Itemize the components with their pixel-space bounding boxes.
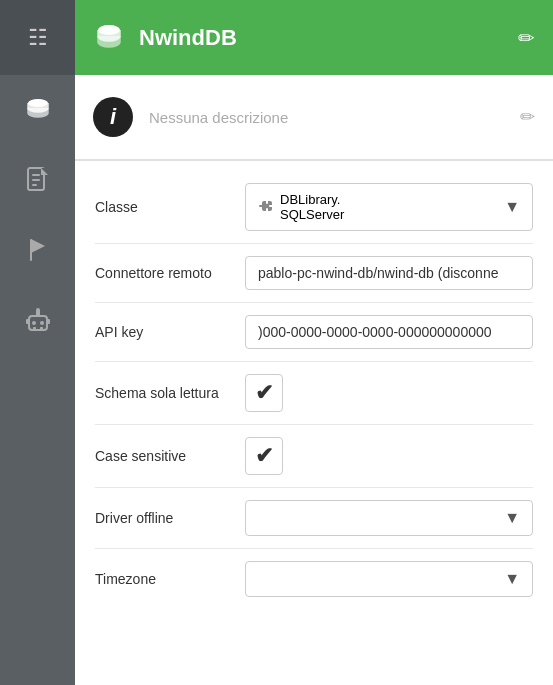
svg-point-11 [36, 308, 40, 312]
info-icon: i [93, 97, 133, 137]
label-connettore: Connettore remoto [95, 265, 245, 281]
checkmark-case: ✔ [255, 443, 273, 469]
svg-rect-6 [30, 239, 32, 261]
sidebar-item-flag[interactable] [0, 215, 75, 285]
svg-point-9 [40, 321, 44, 325]
field-row-timezone: Timezone ▼ [75, 549, 553, 609]
sidebar-item-document[interactable] [0, 145, 75, 215]
header-database-icon [93, 22, 125, 54]
control-apikey: )000-0000-0000-0000-000000000000 [245, 315, 533, 349]
description-edit-icon[interactable]: ✏ [520, 106, 535, 128]
field-row-apikey: API key )000-0000-0000-0000-000000000000 [75, 303, 553, 361]
control-timezone: ▼ [245, 561, 533, 597]
form-area: Classe DBLibrary.SQLServer ▼ Connettore … [75, 161, 553, 685]
control-connettore: pablo-pc-nwind-db/nwind-db (disconne [245, 256, 533, 290]
select-timezone[interactable]: ▼ [245, 561, 533, 597]
main-content: NwindDB ✏ i Nessuna descrizione ✏ Classe… [75, 0, 553, 685]
header: NwindDB ✏ [75, 0, 553, 75]
svg-rect-4 [32, 184, 37, 186]
chevron-down-icon-2: ▼ [504, 509, 520, 527]
select-classe[interactable]: DBLibrary.SQLServer ▼ [245, 183, 533, 231]
label-case: Case sensitive [95, 448, 245, 464]
header-title: NwindDB [139, 25, 504, 51]
svg-rect-12 [33, 327, 36, 330]
control-case: ✔ [245, 437, 533, 475]
puzzle-icon [258, 199, 274, 215]
checkmark-schema: ✔ [255, 380, 273, 406]
chevron-down-icon-3: ▼ [504, 570, 520, 588]
svg-rect-7 [29, 316, 47, 330]
svg-rect-15 [47, 319, 50, 324]
control-schema: ✔ [245, 374, 533, 412]
svg-rect-13 [40, 327, 43, 330]
svg-rect-3 [32, 179, 40, 181]
svg-point-8 [32, 321, 36, 325]
flag-icon [26, 236, 50, 264]
chevron-down-icon: ▼ [504, 198, 520, 216]
field-row-connettore: Connettore remoto pablo-pc-nwind-db/nwin… [75, 244, 553, 302]
input-apikey[interactable]: )000-0000-0000-0000-000000000000 [245, 315, 533, 349]
control-driver: ▼ [245, 500, 533, 536]
sidebar: ☷ [0, 0, 75, 685]
sidebar-top: ☷ [0, 0, 75, 75]
field-row-driver: Driver offline ▼ [75, 488, 553, 548]
grid-icon: ☷ [28, 25, 48, 51]
checkbox-schema[interactable]: ✔ [245, 374, 283, 412]
sidebar-item-robot[interactable] [0, 285, 75, 355]
select-classe-value: DBLibrary.SQLServer [280, 192, 344, 222]
label-timezone: Timezone [95, 571, 245, 587]
header-edit-icon[interactable]: ✏ [518, 26, 535, 50]
label-schema: Schema sola lettura [95, 385, 245, 401]
sidebar-item-database[interactable] [0, 75, 75, 145]
svg-rect-14 [26, 319, 29, 324]
description-bar: i Nessuna descrizione ✏ [75, 75, 553, 161]
database-icon [24, 96, 52, 124]
select-driver[interactable]: ▼ [245, 500, 533, 536]
field-row-classe: Classe DBLibrary.SQLServer ▼ [75, 171, 553, 243]
robot-icon [24, 306, 52, 334]
checkbox-case[interactable]: ✔ [245, 437, 283, 475]
field-row-case: Case sensitive ✔ [75, 425, 553, 487]
label-classe: Classe [95, 199, 245, 215]
control-classe: DBLibrary.SQLServer ▼ [245, 183, 533, 231]
field-row-schema: Schema sola lettura ✔ [75, 362, 553, 424]
svg-rect-2 [32, 174, 40, 176]
label-apikey: API key [95, 324, 245, 340]
document-icon [25, 166, 51, 194]
label-driver: Driver offline [95, 510, 245, 526]
input-connettore[interactable]: pablo-pc-nwind-db/nwind-db (disconne [245, 256, 533, 290]
description-text: Nessuna descrizione [149, 109, 504, 126]
